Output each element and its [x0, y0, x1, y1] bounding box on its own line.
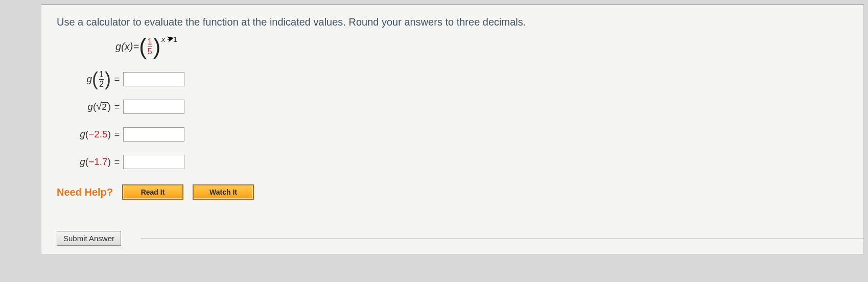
- equals-sign: =: [111, 129, 123, 140]
- func-g: g: [115, 41, 121, 53]
- eval-label: g ( 1 2 ): [57, 70, 111, 88]
- function-definition: g(x) = ( 1 5 ) x + 1 ➤: [115, 34, 848, 59]
- arg-value: −1.7: [88, 156, 108, 168]
- paren-open: (: [139, 39, 147, 55]
- paren-close: ): [153, 39, 161, 55]
- question-panel: Use a calculator to evaluate the functio…: [41, 4, 864, 254]
- equals-sign: =: [111, 74, 123, 85]
- question-prompt: Use a calculator to evaluate the functio…: [57, 16, 848, 28]
- page-frame: Use a calculator to evaluate the functio…: [0, 0, 868, 282]
- fraction-one-fifth: 1 5: [148, 38, 152, 56]
- answer-input-4[interactable]: [123, 155, 184, 169]
- func-x: (x): [121, 41, 133, 53]
- frac-denominator: 5: [148, 46, 152, 56]
- func-equals: =: [133, 41, 139, 53]
- eval-row-neg1-7: g(−1.7) =: [57, 151, 848, 173]
- submit-answer-button[interactable]: Submit Answer: [57, 231, 121, 246]
- help-row: Need Help? Read It Watch It: [57, 184, 848, 200]
- fraction-one-half: 1 2: [99, 70, 104, 88]
- equals-sign: =: [111, 102, 123, 112]
- eval-row-sqrt2: g( √2 ) =: [57, 96, 848, 118]
- answer-input-3[interactable]: [123, 127, 184, 142]
- eval-label: g(−1.7): [57, 156, 111, 168]
- eval-row-neg2-5: g(−2.5) =: [57, 123, 848, 146]
- eval-label: g(−2.5): [57, 129, 111, 140]
- evaluation-block: g ( 1 2 ) = g( √2 ): [57, 68, 848, 173]
- answer-input-1[interactable]: [123, 72, 184, 86]
- eval-label: g( √2 ): [57, 101, 111, 112]
- eval-row-half: g ( 1 2 ) =: [57, 68, 848, 90]
- sqrt-icon: √2: [96, 101, 107, 112]
- answer-input-2[interactable]: [123, 100, 184, 114]
- equals-sign: =: [111, 157, 123, 168]
- arg-value: −2.5: [88, 129, 108, 140]
- watch-it-button[interactable]: Watch It: [193, 184, 254, 200]
- submit-divider: Submit Answer: [141, 238, 863, 239]
- read-it-button[interactable]: Read It: [122, 184, 183, 200]
- frac-numerator: 1: [148, 38, 152, 46]
- need-help-label: Need Help?: [57, 186, 113, 198]
